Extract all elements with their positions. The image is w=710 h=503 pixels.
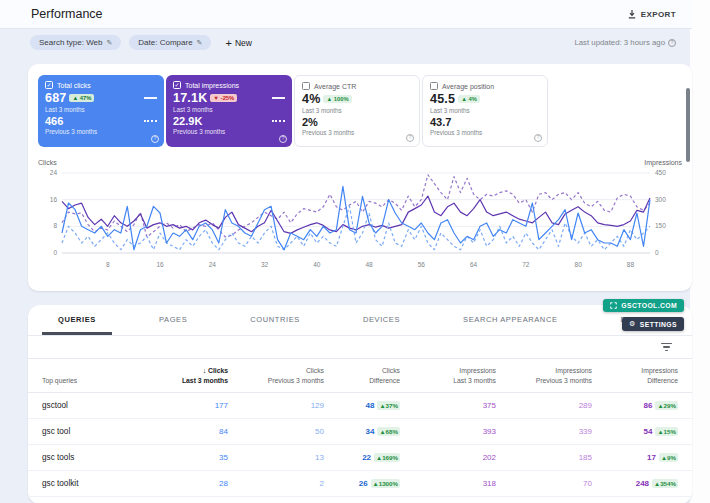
help-icon[interactable]: ? xyxy=(668,39,676,47)
query-cell[interactable]: gsc tool xyxy=(42,427,132,436)
tab-queries[interactable]: QUERIES xyxy=(42,305,112,335)
chart-container: ClicksImpressions00815016300244508162432… xyxy=(28,147,692,277)
svg-text:0: 0 xyxy=(53,249,57,256)
svg-text:0: 0 xyxy=(655,249,659,256)
export-label: EXPORT xyxy=(641,10,676,19)
column-header-clicks-last[interactable]: ↓ ClicksLast 3 months xyxy=(132,366,228,386)
metric-change-badge: ▼ -25% xyxy=(210,94,237,102)
gsctool-site-button[interactable]: GSCTOOL.COM xyxy=(603,299,684,312)
export-button[interactable]: EXPORT xyxy=(627,9,676,19)
query-cell[interactable]: gsctool xyxy=(42,401,132,410)
date-compare-chip[interactable]: Date: Compare ✎ xyxy=(129,35,211,50)
vertical-scrollbar[interactable] xyxy=(686,88,690,162)
table-row[interactable]: gsc toolkit 28 2 26▲1300% 318 70 248▲354… xyxy=(28,471,692,497)
impressions-last-cell: 318 xyxy=(400,479,496,488)
overview-panel: ✓ Total clicks 687 ▲ 47% Last 3 months 4… xyxy=(28,64,692,291)
metric-value-current: 17.1K xyxy=(173,91,207,105)
help-icon[interactable]: ? xyxy=(534,134,542,142)
clicks-diff-cell: 22▲169% xyxy=(324,453,400,462)
svg-text:24: 24 xyxy=(209,261,217,268)
column-header-impressions-last[interactable]: ImpressionsLast 3 months xyxy=(400,366,496,386)
table-header: Top queries ↓ ClicksLast 3 months Clicks… xyxy=(28,359,692,393)
dimension-tabs: QUERIES PAGES COUNTRIES DEVICES SEARCH A… xyxy=(28,305,692,336)
metric-value-current: 4% xyxy=(302,92,320,106)
metric-label: Average position xyxy=(442,83,494,90)
metric-period-current: Last 3 months xyxy=(302,107,412,114)
clicks-prev-cell: 129 xyxy=(228,401,324,410)
page-header: Performance EXPORT xyxy=(0,0,692,29)
new-filter-button[interactable]: + New xyxy=(225,37,251,49)
filter-icon[interactable] xyxy=(661,343,672,352)
metric-label: Total impressions xyxy=(185,82,239,89)
metric-card-total-clicks[interactable]: ✓ Total clicks 687 ▲ 47% Last 3 months 4… xyxy=(38,75,164,147)
svg-text:8: 8 xyxy=(106,261,110,268)
dotted-line-legend-icon xyxy=(272,120,285,122)
checkbox-unchecked-icon[interactable] xyxy=(430,82,438,90)
last-updated: Last updated: 3 hours ago ? xyxy=(574,38,676,47)
performance-page: Performance EXPORT Search type: Web ✎ Da… xyxy=(0,0,710,503)
metric-card-average-position[interactable]: Average position 45.5 ▲ 4% Last 3 months… xyxy=(422,75,548,147)
column-header-queries[interactable]: Top queries xyxy=(42,376,132,386)
column-header-impressions-prev[interactable]: ImpressionsPrevious 3 months xyxy=(496,366,592,386)
metric-cards: ✓ Total clicks 687 ▲ 47% Last 3 months 4… xyxy=(28,64,692,147)
search-type-chip[interactable]: Search type: Web ✎ xyxy=(30,35,121,50)
plus-icon: + xyxy=(225,37,231,49)
clicks-last-cell: 35 xyxy=(132,453,228,462)
clicks-last-cell: 84 xyxy=(132,427,228,436)
metric-value-current: 687 xyxy=(45,91,66,105)
change-badge: ▲37% xyxy=(377,401,400,410)
impressions-prev-cell: 339 xyxy=(496,427,592,436)
svg-text:56: 56 xyxy=(418,261,426,268)
solid-line-legend-icon xyxy=(272,97,285,99)
table-row[interactable]: gsctool 177 129 48▲37% 375 289 86▲29% xyxy=(28,393,692,419)
metric-period-current: Last 3 months xyxy=(45,106,157,113)
gear-icon: ⚙ xyxy=(629,320,636,328)
metric-value-previous: 22.9K xyxy=(173,115,202,127)
tab-countries[interactable]: COUNTRIES xyxy=(234,305,316,335)
table-row[interactable]: gsc tool 84 50 34▲68% 393 339 54▲15% xyxy=(28,419,692,445)
svg-text:Impressions: Impressions xyxy=(644,159,682,167)
checkbox-unchecked-icon[interactable] xyxy=(302,82,310,90)
metric-change-badge: ▲ 47% xyxy=(69,94,94,102)
clicks-last-cell: 28 xyxy=(132,479,228,488)
metric-card-average-ctr[interactable]: Average CTR 4% ▲ 100% Last 3 months 2% P… xyxy=(294,75,420,147)
metric-label: Total clicks xyxy=(57,82,91,89)
checkbox-checked-icon[interactable]: ✓ xyxy=(173,81,181,89)
query-cell[interactable]: gsc toolkit xyxy=(42,479,132,488)
table-row[interactable]: gsc tools 35 13 22▲169% 202 185 17▲9% xyxy=(28,445,692,471)
svg-text:8: 8 xyxy=(53,222,57,229)
tab-search-appearance[interactable]: SEARCH APPEARANCE xyxy=(447,305,573,335)
tab-pages[interactable]: PAGES xyxy=(143,305,203,335)
help-icon[interactable]: ? xyxy=(406,134,414,142)
help-icon[interactable]: ? xyxy=(151,135,159,143)
metric-card-total-impressions[interactable]: ✓ Total impressions 17.1K ▼ -25% Last 3 … xyxy=(166,75,292,147)
svg-text:16: 16 xyxy=(156,261,164,268)
query-cell[interactable]: gsc tools xyxy=(42,453,132,462)
tab-devices[interactable]: DEVICES xyxy=(347,305,416,335)
metric-period-previous: Previous 3 months xyxy=(430,129,540,136)
impressions-prev-cell: 185 xyxy=(496,453,592,462)
metric-value-current: 45.5 xyxy=(430,92,455,106)
help-icon[interactable]: ? xyxy=(279,135,287,143)
metric-period-previous: Previous 3 months xyxy=(45,128,157,135)
svg-text:450: 450 xyxy=(655,169,666,176)
dotted-line-legend-icon xyxy=(144,120,157,122)
column-header-impressions-diff[interactable]: ImpressionsDifference xyxy=(592,366,678,386)
metric-period-previous: Previous 3 months xyxy=(173,128,285,135)
settings-button[interactable]: ⚙ SETTINGS xyxy=(622,317,684,331)
svg-text:24: 24 xyxy=(50,169,58,176)
checkbox-checked-icon[interactable]: ✓ xyxy=(45,81,53,89)
svg-text:64: 64 xyxy=(470,261,478,268)
metric-period-current: Last 3 months xyxy=(173,106,285,113)
clicks-diff-cell: 26▲1300% xyxy=(324,479,400,488)
impressions-diff-cell: 54▲15% xyxy=(592,427,678,436)
metric-value-previous: 2% xyxy=(302,116,318,128)
column-header-clicks-diff[interactable]: ClicksDifference xyxy=(324,366,400,386)
last-updated-text: Last updated: 3 hours ago xyxy=(574,38,665,47)
metric-change-badge: ▲ 4% xyxy=(458,95,480,103)
metric-label: Average CTR xyxy=(314,83,356,90)
performance-line-chart[interactable]: ClicksImpressions00815016300244508162432… xyxy=(36,157,684,273)
column-header-clicks-prev[interactable]: ClicksPrevious 3 months xyxy=(228,366,324,386)
new-filter-label: New xyxy=(235,38,252,48)
metric-period-previous: Previous 3 months xyxy=(302,129,412,136)
